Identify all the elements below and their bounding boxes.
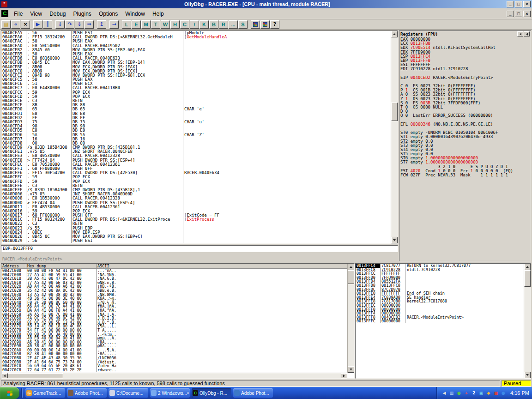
- animate-over-button[interactable]: ⇒: [85, 20, 94, 29]
- disasm-row[interactable]: 0040CFD2 FFDB FF: [1, 116, 391, 120]
- scroll-down-icon[interactable]: [391, 237, 398, 243]
- stack-row[interactable]: 0013FFE87C817080kernel32.7C817080: [356, 299, 524, 303]
- dump-row[interactable]: 0042C050BA A4 41 00 F8 A4 41 00║ñA.°ñA.: [1, 308, 347, 313]
- scroll-down-icon[interactable]: [524, 372, 531, 378]
- disasm-row[interactable]: 0040CFD7 16DB 16: [1, 137, 391, 141]
- menu-window[interactable]: Window: [121, 9, 149, 18]
- dump-row[interactable]: 0042C040F0 3F 30 00 BC 60 40 00=?0.¼`@.: [1, 301, 347, 305]
- register-line[interactable]: EIP 0040CED2 RACER.<ModuleEntryPoint>: [400, 76, 530, 80]
- dump-row[interactable]: 0042C09840 38 41 00 00 00 00 00@8A.....: [1, 344, 347, 348]
- step-into-button[interactable]: ↓: [55, 20, 65, 29]
- register-line[interactable]: FST 4020 Cond 1 0 0 0 Err 1 0 0 0 0 0 (E…: [400, 169, 530, 173]
- dump-row[interactable]: 0042C0B02F 4C 4E 43 48 30 35 36/LNCH056: [1, 356, 347, 360]
- disasm-row[interactable]: 0040D006.v75 05JNZ SHORT RACER.0040D00D: [1, 192, 391, 196]
- register-line[interactable]: FCW 027F Prec NEAR,53 Mask 1 1 1 1 1 1: [400, 173, 530, 177]
- stack-row[interactable]: 0013FFCCFFFFFFFF: [356, 272, 524, 276]
- stack-row[interactable]: 0013FFE47C839AD8SE handler: [356, 296, 524, 300]
- animate-into-button[interactable]: ⇓: [75, 20, 84, 29]
- threads-window-button[interactable]: T: [151, 20, 160, 29]
- dump-row[interactable]: 0042C0384B 36 41 00 00 3E 40 00K6A..>@.: [1, 296, 347, 301]
- dump-row[interactable]: 0042C04866 A4 41 00 7C A4 41 00fñA.|ñA.: [1, 304, 347, 308]
- disasm-row[interactable]: 0040CFF6. FF15 30F54200CALL DWORD PTR DS…: [1, 171, 391, 175]
- register-line[interactable]: [400, 80, 530, 84]
- scroll-right-icon[interactable]: [341, 373, 347, 378]
- disasm-row[interactable]: 0040CFCF 8BDB 8B: [1, 103, 391, 107]
- mdi-minimize-button[interactable]: _: [507, 11, 514, 17]
- register-line[interactable]: T 0 GS 0000 NULL: [400, 105, 530, 109]
- disasm-row[interactable]: 0040D022. C3RETN: [1, 222, 391, 226]
- register-line[interactable]: ST6 empty 1.0000000000000000000: [400, 156, 530, 160]
- disasm-row[interactable]: 0040CFA6. FF15 18324200CALL DWORD PTR DS…: [1, 35, 391, 39]
- disasm-row[interactable]: 0040CFF1. 68 FF000000PUSH 0FF: [1, 167, 391, 171]
- tray-network-icon[interactable]: ▥: [448, 390, 455, 396]
- memory-window-button[interactable]: M: [141, 20, 151, 29]
- tray-messenger-icon[interactable]: +: [463, 390, 470, 396]
- scrollbar-thumb[interactable]: [348, 270, 354, 284]
- help-button[interactable]: ?: [270, 20, 279, 29]
- disasm-row[interactable]: 0040CFD4 98DB 98: [1, 124, 391, 128]
- scrollbar-thumb[interactable]: [391, 103, 398, 121]
- dump-row[interactable]: 0042C00000 00 00 F8 A4 41 00 00...°ñA..: [1, 269, 347, 273]
- disasm-row[interactable]: 0040CFFF/$ 833D 185B4300CMP DWORD PTR DS…: [1, 188, 391, 192]
- source-window-button[interactable]: S: [238, 20, 248, 29]
- stack-row[interactable]: 0013FFFC00000000: [356, 319, 524, 323]
- disasm-row[interactable]: 0040CFCD. 59POP ECX: [1, 95, 391, 99]
- register-line[interactable]: [400, 72, 530, 76]
- scroll-down-icon[interactable]: [348, 366, 354, 373]
- stack-row[interactable]: 0013FFF80040CED2RACER.<ModuleEntryPoint>: [356, 315, 524, 320]
- register-line[interactable]: EAX 00000000: [400, 37, 530, 42]
- taskbar-task[interactable]: C:\Docume...: [109, 388, 148, 398]
- mdi-restore-button[interactable]: □: [515, 11, 522, 17]
- windows-list-button[interactable]: [251, 20, 260, 29]
- register-line[interactable]: S 0 FS 003B 32bit 7FFDF000(FFF): [400, 101, 530, 105]
- stack-row[interactable]: 0013FFC47C817077RETURN to kernel32.7C817…: [356, 264, 524, 268]
- disasm-row[interactable]: 0040CFC6. 51PUSH ECX: [1, 82, 391, 86]
- disasm-row[interactable]: 0040D026. 8B45 0CMOV EAX,DWORD PTR SS:[E…: [1, 235, 391, 239]
- disasm-row[interactable]: 0040CFFC. 59POP ECX: [1, 175, 391, 179]
- register-line[interactable]: ST0 empty -UNORM BCBC 01050104 006C006F: [400, 131, 530, 135]
- register-line[interactable]: C 0 ES 0023 32bit 0(FFFFFFFF): [400, 84, 530, 88]
- windows-window-button[interactable]: W: [161, 20, 170, 29]
- dump-row[interactable]: 0042C08840 ED 40 00 04 00 41 00@φ@...A.: [1, 336, 347, 340]
- dump-row[interactable]: 0042C01877 A5 42 00 6E 03 42 00wÑB.n.B.: [1, 281, 347, 285]
- register-line[interactable]: A 0 SS 0023 32bit 0(FFFFFFFF): [400, 92, 530, 97]
- run-button[interactable]: ▶: [33, 20, 42, 29]
- register-line[interactable]: ESP 0013FFC4: [400, 54, 530, 59]
- disasm-row[interactable]: 0040CFB5. 50PUSH EAX: [1, 52, 391, 56]
- register-line[interactable]: ST3 empty 0.0: [400, 144, 530, 148]
- taskbar-task[interactable]: Adobe Phot...: [67, 388, 107, 398]
- disasm-row[interactable]: 0040CFC5. 50PUSH EAX: [1, 78, 391, 82]
- executables-window-button[interactable]: E: [132, 20, 141, 29]
- dump-row[interactable]: 0042C0A000 00 00 00 14 00 41 00....¶.A.: [1, 348, 347, 352]
- disasm-row[interactable]: 0040D017. 68 FF000000PUSH 0FF[ExitCode =…: [1, 213, 391, 218]
- disasm-row[interactable]: 0040CFEC. E8 70530000CALL RACER.00412361: [1, 163, 391, 167]
- dump-row[interactable]: 0042C090A6 38 41 00 00 00 00 00ª8A.....: [1, 340, 347, 345]
- disasm-row[interactable]: 0040CFD0 65DB 65CHAR 'e': [1, 107, 391, 111]
- menu-plugins[interactable]: Plugins: [70, 9, 95, 18]
- disasm-row[interactable]: 0040CFBB. 8B45 ECMOV EAX,DWORD PTR SS:[E…: [1, 60, 391, 65]
- appearance-button[interactable]: [260, 20, 270, 29]
- go-to-address-button[interactable]: →: [109, 20, 119, 29]
- disasm-row[interactable]: 0040D01C. FF15 98324200CALL DWORD PTR DS…: [1, 218, 391, 222]
- register-line[interactable]: ESI FFFFFFFF: [400, 63, 530, 67]
- register-line[interactable]: ST5 empty 0.0: [400, 152, 530, 156]
- disasm-row[interactable]: 0040CFCE. C3RETN: [1, 99, 391, 103]
- tray-antivirus-icon[interactable]: ●: [456, 390, 462, 396]
- menu-view[interactable]: View: [26, 9, 46, 18]
- disasm-row[interactable]: 0040CFD6 5ADB 5ACHAR 'Z': [1, 133, 391, 137]
- tray-firewall-icon[interactable]: ■: [493, 390, 499, 396]
- disasm-row[interactable]: 0040CFD9/$ 833D 185B4300CMP DWORD PTR DS…: [1, 145, 391, 150]
- disasm-row[interactable]: 0040CFB6. E8 68160000CALL RACER.0040E623: [1, 56, 391, 60]
- dump-row[interactable]: 0042C020AD A4 42 00 A9 A6 42 00¡ñB.⌐ªB.: [1, 284, 347, 289]
- tray-volume-icon[interactable]: ◀: [441, 390, 447, 396]
- pause-button[interactable]: ║: [43, 20, 52, 29]
- menu-options[interactable]: Options: [95, 9, 121, 18]
- disasm-row[interactable]: 0040D024. 8BECMOV EBP,ESP: [1, 230, 391, 235]
- handles-window-button[interactable]: H: [170, 20, 180, 29]
- register-line[interactable]: EFL 00000246 (NO,NB,E,BE,NS,PE,GE,LE): [400, 122, 530, 127]
- scroll-left-icon[interactable]: [1, 373, 8, 378]
- disasm-row[interactable]: 0040CFC7. E8 E4480000CALL RACER.004118B0: [1, 86, 391, 90]
- register-line[interactable]: ST2 empty 0.0: [400, 139, 530, 144]
- references-window-button[interactable]: R: [219, 20, 228, 29]
- execute-till-return-button[interactable]: ↥: [97, 20, 106, 29]
